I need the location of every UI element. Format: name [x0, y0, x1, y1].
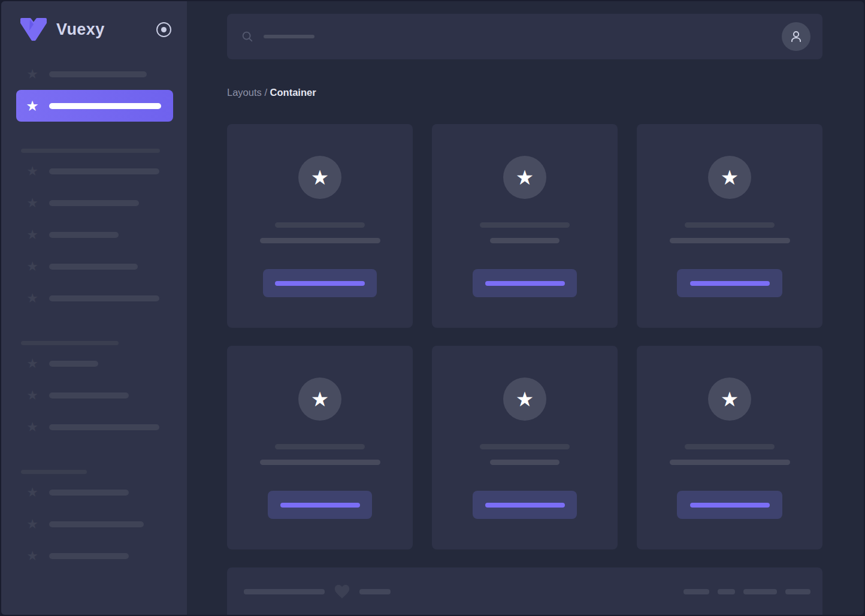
- sidebar-item-active[interactable]: ★: [16, 90, 173, 122]
- content-card: ★: [637, 124, 822, 328]
- content-card: ★: [637, 346, 822, 549]
- footer-link-skeleton[interactable]: [785, 589, 810, 594]
- search-icon: [241, 30, 254, 43]
- sidebar-item[interactable]: ★: [1, 348, 187, 379]
- star-icon: ★: [25, 549, 40, 563]
- star-icon: ★: [25, 165, 40, 178]
- heart-icon[interactable]: [333, 582, 351, 600]
- card-title-skeleton: [275, 444, 365, 449]
- card-avatar: ★: [298, 156, 341, 199]
- card-avatar: ★: [503, 156, 546, 199]
- star-icon: ★: [25, 421, 40, 434]
- card-title-skeleton: [685, 222, 775, 228]
- sidebar-header: Vuexy: [1, 1, 187, 58]
- menu-label-skeleton: [49, 71, 147, 77]
- footer-row: [244, 582, 810, 600]
- card-action-button[interactable]: [677, 269, 782, 297]
- card-avatar: ★: [298, 378, 341, 421]
- star-icon: ★: [25, 197, 40, 210]
- card-subtitle-skeleton: [260, 238, 380, 243]
- menu-label-skeleton: [49, 521, 144, 527]
- button-label-skeleton: [275, 281, 365, 286]
- sidebar-item[interactable]: ★: [1, 250, 187, 282]
- sidebar-item[interactable]: ★: [1, 58, 187, 90]
- button-label-skeleton: [690, 503, 770, 508]
- star-icon: ★: [25, 68, 40, 81]
- star-icon: ★: [311, 167, 329, 188]
- breadcrumb-separator: /: [262, 87, 270, 98]
- sidebar-item[interactable]: ★: [1, 282, 187, 314]
- menu-section-divider: [21, 341, 119, 345]
- sidebar-item[interactable]: ★: [1, 219, 187, 250]
- card-action-button[interactable]: [473, 491, 577, 519]
- button-label-skeleton: [485, 503, 565, 508]
- menu-label-skeleton: [49, 200, 139, 206]
- button-label-skeleton: [280, 503, 360, 508]
- card-subtitle-skeleton: [490, 460, 559, 465]
- content-card: ★: [432, 124, 618, 328]
- sidebar-item[interactable]: ★: [1, 476, 187, 508]
- card-avatar: ★: [503, 378, 546, 421]
- footer-link-skeleton[interactable]: [743, 589, 777, 594]
- sidebar: Vuexy ★★★★★★★★★★★★★: [1, 1, 187, 615]
- star-icon: ★: [25, 389, 40, 402]
- user-avatar[interactable]: [782, 22, 810, 51]
- card-action-button[interactable]: [677, 491, 782, 519]
- card-title-skeleton: [480, 444, 570, 449]
- card-title-skeleton: [480, 222, 570, 228]
- menu-label-skeleton: [49, 168, 159, 174]
- menu-section-divider: [21, 470, 87, 474]
- menu-label-skeleton: [49, 361, 98, 367]
- menu-label-skeleton: [49, 424, 159, 430]
- footer-card: [227, 567, 822, 615]
- sidebar-item[interactable]: ★: [1, 508, 187, 540]
- menu-label-skeleton: [49, 232, 119, 238]
- footer-text-skeleton: [359, 589, 391, 594]
- star-icon: ★: [311, 389, 329, 409]
- vuexy-logo-icon: [19, 18, 48, 42]
- menu-label-skeleton: [49, 553, 129, 559]
- content-card: ★: [227, 346, 413, 549]
- star-icon: ★: [721, 389, 739, 409]
- sidebar-item[interactable]: ★: [1, 540, 187, 572]
- footer-link-skeleton[interactable]: [718, 589, 735, 594]
- nav-pin-toggle-icon[interactable]: [156, 22, 171, 37]
- star-icon: ★: [516, 167, 534, 188]
- footer-link-skeleton[interactable]: [683, 589, 709, 594]
- menu-label-skeleton: [49, 490, 129, 496]
- main-content: Layouts / Container ★★★★★★: [187, 1, 864, 615]
- star-icon: ★: [25, 228, 40, 241]
- sidebar-item[interactable]: ★: [1, 155, 187, 187]
- star-icon: ★: [721, 167, 739, 188]
- sidebar-item[interactable]: ★: [1, 411, 187, 443]
- menu-section-divider: [21, 149, 160, 153]
- breadcrumb-parent[interactable]: Layouts: [227, 87, 262, 98]
- person-icon: [788, 29, 804, 44]
- card-action-button[interactable]: [268, 491, 372, 519]
- star-icon: ★: [25, 518, 40, 531]
- search-placeholder-skeleton: [264, 35, 314, 38]
- star-icon: ★: [25, 99, 40, 113]
- card-subtitle-skeleton: [260, 460, 380, 465]
- search-bar[interactable]: [227, 14, 822, 59]
- card-action-button[interactable]: [263, 269, 377, 297]
- star-icon: ★: [516, 389, 534, 409]
- footer-text-skeleton: [244, 589, 325, 594]
- card-subtitle-skeleton: [670, 238, 790, 243]
- star-icon: ★: [25, 292, 40, 305]
- sidebar-item[interactable]: ★: [1, 187, 187, 219]
- card-avatar: ★: [708, 156, 751, 199]
- menu-label-skeleton: [49, 264, 138, 270]
- card-action-button[interactable]: [473, 269, 577, 297]
- menu-label-skeleton: [49, 295, 159, 301]
- footer-links: [683, 589, 810, 594]
- app-window: Vuexy ★★★★★★★★★★★★★ Layouts / Container …: [0, 0, 865, 616]
- sidebar-item[interactable]: ★: [1, 379, 187, 411]
- breadcrumb: Layouts / Container: [227, 87, 822, 98]
- menu-label-skeleton: [49, 103, 161, 109]
- content-card: ★: [432, 346, 618, 549]
- menu-label-skeleton: [49, 392, 129, 398]
- card-title-skeleton: [275, 222, 365, 228]
- card-avatar: ★: [708, 378, 751, 421]
- star-icon: ★: [25, 486, 40, 499]
